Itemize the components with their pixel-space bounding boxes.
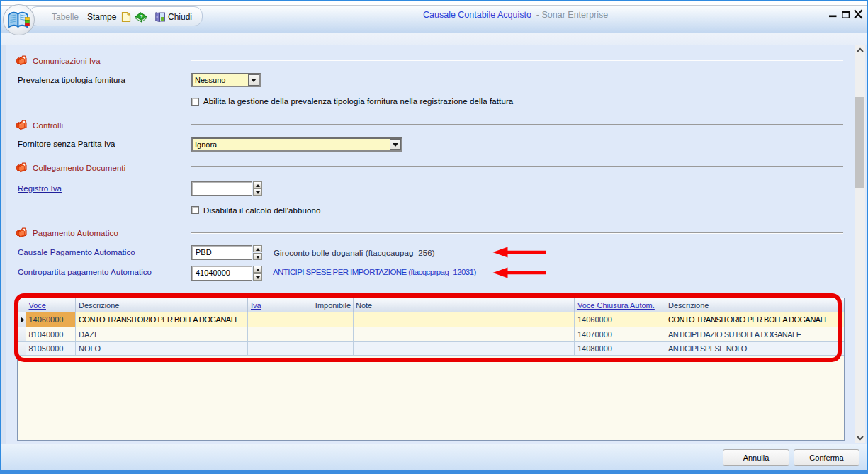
svg-text:?: ? xyxy=(140,13,143,20)
